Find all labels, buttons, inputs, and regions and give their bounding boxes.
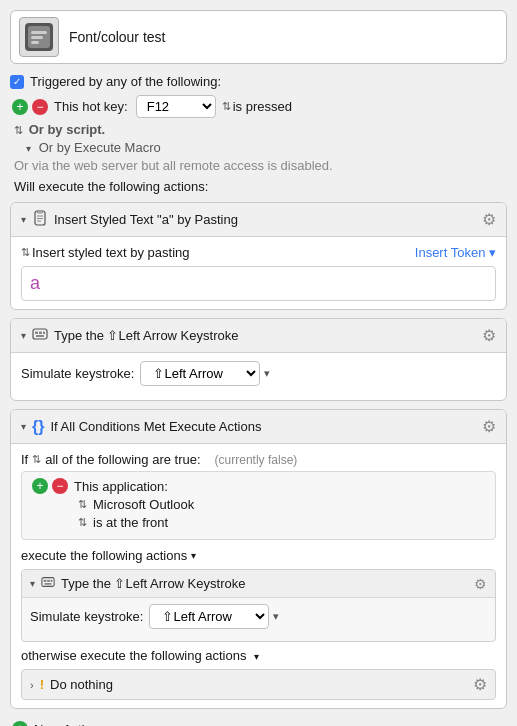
will-execute-label: Will execute the following actions: <box>10 179 507 194</box>
condition-header: ▾ {} If All Conditions Met Execute Actio… <box>11 410 506 444</box>
svg-rect-18 <box>51 580 53 582</box>
condition-expand-icon[interactable]: ▾ <box>21 421 26 432</box>
bang-icon: ! <box>40 677 44 692</box>
add-hotkey-button[interactable]: + <box>12 99 28 115</box>
macro-icon <box>19 17 59 57</box>
condition-title: If All Conditions Met Execute Actions <box>50 419 482 434</box>
svg-rect-4 <box>31 41 39 44</box>
condition-block: ▾ {} If All Conditions Met Execute Actio… <box>10 409 507 709</box>
sub-action-card: ▾ Type the ⇧Left Arrow Keystroke ⚙ <box>21 569 496 642</box>
condition-body: If ⇅ all of the following are true: (cur… <box>11 444 506 708</box>
at-front-label: is at the front <box>93 515 168 530</box>
expand-icon-1[interactable]: ▾ <box>21 214 26 225</box>
svg-rect-11 <box>35 332 38 335</box>
svg-rect-14 <box>36 335 44 337</box>
remove-hotkey-button[interactable]: − <box>32 99 48 115</box>
condition-app-block: + − This application: ⇅ Microsoft Outloo… <box>21 471 496 540</box>
gear-icon-condition[interactable]: ⚙ <box>482 417 496 436</box>
all-of-label: all of the following are true: <box>45 452 200 467</box>
otherwise-chevron[interactable]: ▾ <box>254 651 259 662</box>
execute-label: execute the following actions <box>21 548 187 563</box>
gear-icon-1[interactable]: ⚙ <box>482 210 496 229</box>
sub-keystroke-icon <box>41 575 55 592</box>
app-name-label: Microsoft Outlook <box>93 497 194 512</box>
insert-token-button[interactable]: Insert Token ▾ <box>415 245 496 260</box>
expand-icon-2[interactable]: ▾ <box>21 330 26 341</box>
svg-rect-12 <box>39 332 42 335</box>
simulate-label-1: Simulate keystroke: <box>21 366 134 381</box>
svg-rect-2 <box>31 31 47 34</box>
trigger-checkbox[interactable]: ✓ <box>10 75 24 89</box>
hotkey-select[interactable]: F12 <box>136 95 216 118</box>
svg-rect-16 <box>44 580 47 582</box>
currently-false-badge: (currently false) <box>215 453 298 467</box>
do-nothing-label: Do nothing <box>50 677 113 692</box>
sub-action-body: Simulate keystroke: ⇧Left Arrow ▾ <box>22 598 495 641</box>
gear-icon-2[interactable]: ⚙ <box>482 326 496 345</box>
styled-text-preview[interactable]: a <box>21 266 496 301</box>
web-server-text: Or via the web server but all remote acc… <box>10 158 507 173</box>
or-by-script-row: ⇅ Or by script. <box>10 122 507 137</box>
macro-title-input[interactable] <box>69 29 498 45</box>
trigger-header-label: Triggered by any of the following: <box>30 74 221 89</box>
insert-styled-text-card: ▾ Insert Styled Text "a" by Pasting ⚙ ⇅ … <box>10 202 507 310</box>
insert-styled-text-header: ▾ Insert Styled Text "a" by Pasting ⚙ <box>11 203 506 237</box>
this-app-row: + − This application: <box>32 478 485 494</box>
simulate-keystroke-row-1: Simulate keystroke: ⇧Left Arrow ▾ <box>21 361 496 386</box>
type-keystroke-body-1: Simulate keystroke: ⇧Left Arrow ▾ <box>11 353 506 400</box>
otherwise-row: otherwise execute the following actions … <box>21 648 496 663</box>
app-name-row: ⇅ Microsoft Outlook ⇅ is at the front <box>32 497 485 530</box>
this-app-label: This application: <box>74 479 168 494</box>
title-bar <box>10 10 507 64</box>
execute-following-row: execute the following actions ▾ <box>21 548 496 563</box>
pressed-label: is pressed <box>233 99 292 114</box>
svg-rect-19 <box>45 583 52 585</box>
new-action-row[interactable]: + New Action <box>10 717 507 726</box>
sub-expand-icon[interactable]: ▾ <box>30 578 35 589</box>
remove-condition-button[interactable]: − <box>52 478 68 494</box>
condition-if-row: If ⇅ all of the following are true: (cur… <box>21 452 496 467</box>
new-action-plus-icon: + <box>12 721 28 726</box>
insert-styled-text-body: ⇅ Insert styled text by pasting Insert T… <box>11 237 506 309</box>
sub-action-header: ▾ Type the ⇧Left Arrow Keystroke ⚙ <box>22 570 495 598</box>
or-by-macro-label: Or by Execute Macro <box>39 140 161 155</box>
type-keystroke-card-1: ▾ Type the ⇧Left Arrow Keystroke ⚙ Simul… <box>10 318 507 401</box>
gear-icon-sub[interactable]: ⚙ <box>474 576 487 592</box>
braces-icon: {} <box>32 418 44 436</box>
keystroke-dropdown-arrow-1: ▾ <box>264 367 270 380</box>
main-container: ✓ Triggered by any of the following: + −… <box>0 0 517 726</box>
add-condition-button[interactable]: + <box>32 478 48 494</box>
hotkey-label: This hot key: <box>54 99 128 114</box>
sub-keystroke-arrow: ▾ <box>273 610 279 623</box>
sub-action-title: Type the ⇧Left Arrow Keystroke <box>61 576 474 591</box>
or-by-macro-row: ▾ Or by Execute Macro <box>10 140 507 155</box>
svg-rect-6 <box>37 210 43 213</box>
keystroke-icon-1 <box>32 326 48 345</box>
keystroke-select-1[interactable]: ⇧Left Arrow <box>140 361 260 386</box>
type-keystroke-title-1: Type the ⇧Left Arrow Keystroke <box>54 328 482 343</box>
trigger-section: ✓ Triggered by any of the following: + −… <box>10 74 507 173</box>
svg-rect-17 <box>47 580 50 582</box>
hotkey-arrows: ⇅ <box>222 100 231 113</box>
do-nothing-row: › ! Do nothing ⚙ <box>21 669 496 700</box>
sub-simulate-row: Simulate keystroke: ⇧Left Arrow ▾ <box>30 604 487 629</box>
type-keystroke-header-1: ▾ Type the ⇧Left Arrow Keystroke ⚙ <box>11 319 506 353</box>
paste-icon <box>32 210 48 229</box>
trigger-header: ✓ Triggered by any of the following: <box>10 74 507 89</box>
insert-styled-sub-label: Insert styled text by pasting <box>32 245 190 260</box>
sub-simulate-label: Simulate keystroke: <box>30 609 143 624</box>
execute-chevron[interactable]: ▾ <box>191 550 196 561</box>
do-nothing-expand[interactable]: › <box>30 679 34 691</box>
insert-styled-text-title: Insert Styled Text "a" by Pasting <box>54 212 482 227</box>
sub-keystroke-select[interactable]: ⇧Left Arrow <box>149 604 269 629</box>
svg-rect-13 <box>43 332 45 335</box>
gear-icon-do-nothing[interactable]: ⚙ <box>473 675 487 694</box>
if-label: If <box>21 452 28 467</box>
hotkey-row: + − This hot key: F12 ⇅ is pressed <box>10 95 507 118</box>
otherwise-label: otherwise execute the following actions <box>21 648 246 663</box>
or-by-script-label: Or by script. <box>29 122 106 137</box>
new-action-label: New Action <box>34 722 99 727</box>
insert-styled-row: ⇅ Insert styled text by pasting Insert T… <box>21 245 496 260</box>
svg-rect-3 <box>31 36 43 39</box>
